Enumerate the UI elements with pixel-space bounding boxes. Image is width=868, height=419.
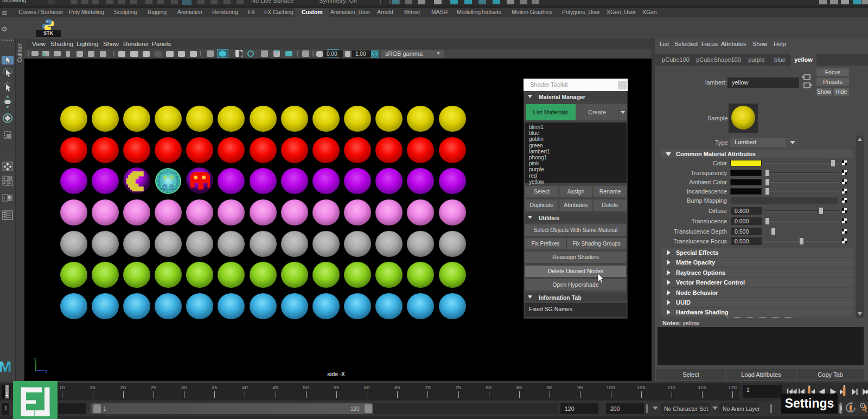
svg-text:+: +: [3, 182, 5, 185]
svg-text:z: z: [45, 369, 48, 374]
svg-text:y: y: [34, 357, 37, 362]
svg-text:+: +: [3, 177, 5, 181]
svg-text:M: M: [0, 358, 11, 375]
svg-text:+: +: [3, 196, 5, 200]
svg-text:+: +: [9, 182, 11, 185]
